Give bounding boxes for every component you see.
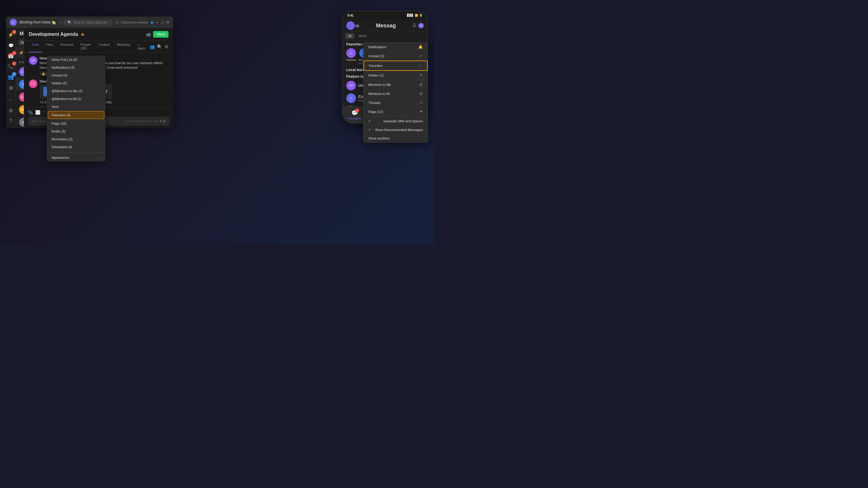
input-actions: Shift + Enter for a new line ⬇ ▶ — [126, 119, 166, 123]
chat-star-icon[interactable]: ★ — [81, 32, 85, 37]
phone-dd-unread[interactable]: Unread (3) ↩ — [364, 52, 428, 61]
contact-development-agenda[interactable]: D Development Agen... ENG Deployment — [16, 78, 24, 91]
phone-videocam-icon[interactable]: 📹 — [355, 24, 359, 28]
nav-forward-icon[interactable]: › — [61, 20, 63, 25]
phone-dd-flags[interactable]: Flags (12) ⚑ — [364, 107, 428, 116]
phone-dd-mentions-me[interactable]: Mentions to Me @ — [364, 80, 428, 89]
sidebar-item-help[interactable]: ? — [6, 117, 16, 126]
user-avatar: U — [10, 19, 17, 26]
dropdown-flags[interactable]: Flags (34) — [47, 120, 105, 127]
scheduled-label: Scheduled (4) — [52, 145, 72, 149]
window-title: Working from home 🏡 — [19, 20, 56, 24]
mentions-all-label: @Mentions to All (1) — [52, 97, 82, 101]
sidebar-item-activity[interactable]: ⚡ 5 — [6, 30, 16, 39]
mentions-me-label: @Mentions to Me (1) — [52, 89, 83, 93]
favorites-label: Favorites (4) — [52, 113, 70, 117]
tab-apps[interactable]: + Apps — [135, 41, 148, 53]
contact-clarissa-smith[interactable]: CS Clarissa Smith Active — [16, 65, 24, 78]
phone-compose-icon[interactable]: + — [418, 23, 424, 28]
attach-icon[interactable]: 📎 — [28, 110, 33, 115]
calendar-badge: 1 — [12, 51, 16, 55]
meet-button[interactable]: Meet — [153, 31, 168, 38]
phone-nav-messaging[interactable]: 💬 6 Messaging — [348, 110, 361, 120]
sidebar-item-calendar[interactable]: 📅 1 — [6, 52, 16, 60]
phone-dd-favorites[interactable]: Favorites ☆ — [364, 61, 428, 71]
emily-avatar: EN — [19, 93, 24, 101]
phone-dd-show-sections[interactable]: Show sections — [364, 134, 428, 142]
add-icon[interactable]: + — [115, 20, 120, 25]
nav-back-icon[interactable]: ‹ — [59, 20, 60, 25]
dropdown-mentions-me[interactable]: @Mentions to Me (1) — [47, 87, 105, 95]
connect-device-label[interactable]: Connect to a device — [121, 21, 148, 24]
contact-marketing[interactable]: M Marketing Collater... — [16, 116, 24, 128]
settings-chat-icon[interactable]: ⚙ — [164, 44, 168, 49]
messaging-header: Messaging ☰ + — [16, 28, 24, 39]
close-button[interactable]: ✕ — [166, 20, 170, 25]
dropdown-favorites[interactable]: Favorites (4) — [48, 111, 104, 119]
search-bar[interactable]: 🔍 Search, meet, and call — [64, 19, 112, 26]
tab-chat[interactable]: Chat — [29, 41, 42, 53]
phone-dd-threads[interactable]: Threads ↩ — [364, 98, 428, 107]
phone-dropdown-panel: Notifications 🔔 Unread (3) ↩ Favorites ☆… — [363, 42, 428, 143]
phone-tabs: All Direct — [343, 32, 427, 40]
contact-emily[interactable]: EN Emily Nakagawa In a meeting · Work... — [16, 91, 24, 103]
messaging-title: Messaging — [20, 31, 24, 36]
expand-icon[interactable]: ⬇ — [159, 119, 162, 123]
show-full-list-label: Show Full List (9) — [52, 58, 77, 61]
phone-nav-messaging-label: Messaging — [348, 117, 361, 120]
contact-matthew[interactable]: MB Matthew Baker Do Not Disturb until... — [16, 103, 24, 116]
tab-all[interactable]: All — [19, 39, 24, 45]
tab-people[interactable]: People (30) — [78, 41, 94, 53]
text-box-icon[interactable]: ⬜ — [35, 110, 40, 115]
format-icon[interactable]: T — [43, 110, 45, 115]
phone-user-avatar[interactable] — [346, 22, 355, 30]
lightning-icon: ⚡ — [19, 51, 24, 55]
maximize-button[interactable]: □ — [161, 20, 164, 25]
sidebar-item-apps[interactable]: ⊞ — [6, 84, 16, 92]
dropdown-hidden[interactable]: Hidden (5) — [47, 79, 105, 87]
phone-tab-direct[interactable]: Direct — [355, 33, 370, 39]
sidebar-item-more[interactable]: ··· — [6, 96, 16, 104]
phone-dd-mentions-me-icon: @ — [419, 83, 423, 87]
dropdown-drafts[interactable]: Drafts (3) — [47, 127, 105, 135]
dropdown-sent[interactable]: Sent — [47, 103, 105, 110]
video-icon[interactable]: 📹 — [146, 32, 151, 37]
phone-dd-hidden[interactable]: Hidden (1) 👁 — [364, 71, 428, 80]
favorites-header[interactable]: ▾ Favorites ★ — [16, 58, 24, 65]
phone-title: Messag — [359, 23, 412, 29]
dropdown-unread[interactable]: Unread (4) — [47, 71, 105, 79]
signal-icon: ▋▋▋ — [407, 14, 413, 17]
dropdown-reminders[interactable]: Reminders (2) — [47, 135, 105, 143]
chat-tabs: Chat Files Payment People (30) Content M… — [24, 41, 173, 53]
sidebar-item-teams[interactable]: 👥 1 — [6, 73, 16, 82]
phone-tab-all[interactable]: All — [345, 33, 354, 39]
title-bar-right: Connect to a device ◉ ─ □ ✕ — [121, 20, 170, 25]
sidebar-item-messaging[interactable]: 💬 — [6, 41, 16, 50]
participants-icon[interactable]: 👥 — [150, 44, 155, 49]
tab-payment[interactable]: Payment — [57, 41, 76, 53]
search-chat-icon[interactable]: 🔍 — [157, 44, 162, 49]
umar-msg-avatar: UP — [29, 56, 37, 65]
dropdown-scheduled[interactable]: Scheduled (4) — [47, 143, 105, 151]
sent-label: Sent — [52, 105, 59, 108]
dropdown-notifications[interactable]: Notifications (4) — [47, 64, 105, 71]
tab-meetings[interactable]: Meetings — [114, 41, 133, 53]
phone-dd-separate-dms[interactable]: Separate DMs and Spaces — [364, 117, 428, 125]
minimize-button[interactable]: ─ — [156, 20, 159, 25]
sidebar-item-settings[interactable]: ⚙ — [6, 106, 16, 115]
chat-title: Development Agenda ★ — [29, 32, 85, 37]
tab-files[interactable]: Files — [43, 41, 56, 53]
title-bar-nav: ‹ › — [59, 20, 63, 25]
dropdown-appearance[interactable]: Appearance › — [47, 154, 105, 161]
phone-dd-show-recommended[interactable]: Show Recommended Messages — [364, 125, 428, 134]
phone-dd-notifications[interactable]: Notifications 🔔 — [364, 42, 428, 52]
phone-fav-clarissa[interactable]: C Clarissa — [346, 48, 356, 65]
dropdown-mentions-all[interactable]: @Mentions to All (1) — [47, 95, 105, 103]
send-icon[interactable]: ▶ — [163, 119, 166, 123]
sidebar-item-calls[interactable]: 📞 1 — [6, 62, 16, 71]
dropdown-show-full-list[interactable]: Show Full List (9) — [47, 56, 105, 64]
phone-filter-icon[interactable]: ☰ — [412, 23, 416, 28]
phone-dd-mentions-all[interactable]: Mentions to All @ — [364, 89, 428, 98]
tab-content[interactable]: Content — [95, 41, 113, 53]
phone-dd-notifications-icon: 🔔 — [418, 45, 423, 49]
